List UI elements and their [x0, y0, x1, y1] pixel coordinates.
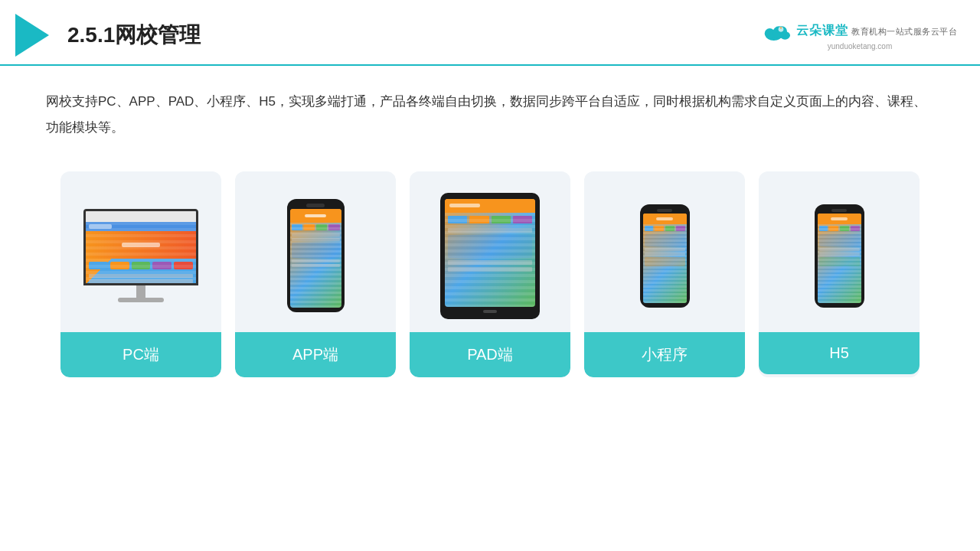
card-app-image: [235, 171, 396, 332]
monitor-neck: [136, 285, 145, 298]
mini-notch: [657, 209, 672, 212]
cards-container: PC端: [0, 148, 980, 377]
logo-name: 云朵课堂: [796, 23, 848, 39]
mini-phone-h5-mockup: [815, 204, 864, 308]
card-h5-image: [759, 171, 920, 332]
screen-content-pc: [86, 211, 196, 283]
description-paragraph: 网校支持PC、APP、PAD、小程序、H5，实现多端打通，产品各终端自由切换，数…: [46, 89, 934, 141]
page-header: 2.5.1网校管理 云朵课堂 教育机构一站式服务云平台 yunduoketang…: [0, 0, 980, 66]
card-pad-image: [410, 171, 570, 332]
tablet-home-button: [483, 310, 497, 313]
card-pc: PC端: [60, 171, 221, 377]
monitor-mockup: [83, 209, 198, 302]
card-h5-label: H5: [759, 332, 920, 374]
phone-screen: [290, 209, 341, 308]
logo-url: yunduoketang.com: [828, 42, 893, 51]
tablet-screen: [445, 199, 535, 307]
play-icon: [15, 14, 49, 57]
phone-app-mockup: [287, 199, 345, 312]
card-pc-image: [60, 171, 221, 332]
monitor-screen: [83, 209, 198, 285]
card-miniapp-image: [584, 171, 745, 332]
card-pc-label: PC端: [60, 332, 221, 377]
phone-notch: [306, 204, 325, 207]
mini-screen: [643, 214, 687, 303]
card-pad-label: PAD端: [410, 332, 570, 377]
card-app: APP端: [235, 171, 396, 377]
monitor-base: [118, 298, 164, 302]
description-text: 网校支持PC、APP、PAD、小程序、H5，实现多端打通，产品各终端自由切换，数…: [0, 66, 980, 148]
tablet-mockup: [440, 193, 540, 319]
mini-h5-notch: [831, 209, 847, 212]
card-miniapp: 小程序: [584, 171, 745, 377]
card-h5: H5: [759, 171, 920, 377]
card-miniapp-label: 小程序: [584, 332, 745, 377]
logo-area: 云朵课堂 教育机构一站式服务云平台 yunduoketang.com: [763, 21, 957, 51]
logo-cloud: 云朵课堂 教育机构一站式服务云平台: [763, 21, 957, 42]
card-app-label: APP端: [235, 332, 396, 377]
cloud-logo-icon: [763, 21, 793, 42]
header-left: 2.5.1网校管理: [15, 14, 201, 57]
page-title: 2.5.1网校管理: [67, 21, 201, 50]
mini-phone-mockup: [640, 204, 690, 308]
logo-subtitle: 教育机构一站式服务云平台: [851, 26, 957, 37]
mini-h5-screen: [818, 214, 861, 303]
card-pad: PAD端: [410, 171, 570, 377]
